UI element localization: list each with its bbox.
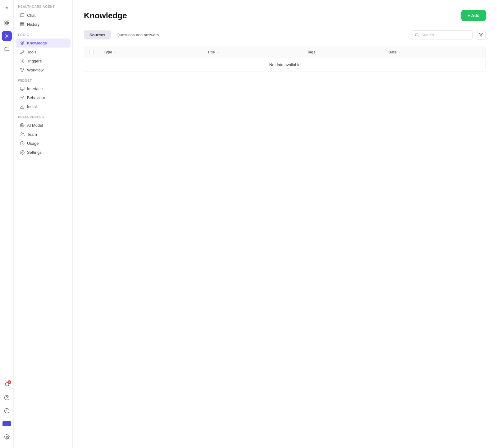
col-header-title: Title (202, 46, 302, 58)
filter-icon (479, 33, 483, 37)
svg-rect-21 (23, 68, 24, 69)
svg-rect-23 (20, 87, 24, 90)
behaviour-icon (20, 95, 25, 100)
tab-sources[interactable]: Sources (84, 30, 111, 39)
svg-line-31 (418, 36, 419, 37)
nav-icon-1[interactable] (2, 18, 12, 28)
sidebar-item-workflow[interactable]: Workflow (16, 66, 71, 75)
page-title: Knowledge (84, 11, 127, 21)
checkbox-col-header (84, 46, 99, 58)
chat-icon (20, 13, 25, 18)
sidebar-item-history[interactable]: History (16, 20, 71, 29)
search-box (411, 30, 473, 39)
clock-icon[interactable] (2, 406, 12, 416)
install-icon (20, 104, 25, 109)
col-title-sort[interactable]: Title (207, 50, 220, 54)
svg-point-2 (7, 7, 7, 7)
sidebar: HEALTHCARE AGENT Chat History LOGIC Know… (14, 0, 73, 448)
svg-rect-20 (21, 68, 21, 69)
ai-model-icon (20, 123, 25, 128)
col-type-sort[interactable]: Type (104, 50, 117, 54)
svg-point-10 (6, 35, 7, 37)
logic-section-label: LOGIC (14, 29, 72, 39)
svg-point-5 (6, 8, 6, 8)
svg-marker-32 (479, 33, 483, 37)
svg-point-27 (21, 133, 22, 134)
tabs-row: Sources Questions and answers (84, 30, 486, 40)
sort-icon-date (398, 50, 402, 54)
notification-badge: 3 (7, 380, 11, 384)
svg-point-11 (4, 395, 9, 400)
svg-point-18 (22, 43, 23, 44)
sidebar-item-chat[interactable]: Chat (16, 11, 71, 20)
sidebar-item-install[interactable]: Install (16, 102, 71, 111)
svg-point-30 (415, 33, 418, 36)
agent-label: HEALTHCARE AGENT (14, 5, 72, 11)
svg-point-1 (6, 7, 7, 8)
table-empty-row: No data available (84, 58, 486, 72)
svg-rect-7 (7, 21, 9, 22)
sidebar-item-tools[interactable]: Tools (16, 48, 71, 57)
svg-rect-6 (5, 21, 6, 22)
triggers-icon (20, 59, 25, 63)
sidebar-item-ai-model[interactable]: AI Model (16, 121, 71, 130)
settings-gear-icon[interactable] (2, 432, 12, 442)
svg-point-12 (7, 399, 7, 399)
sidebar-item-behaviour[interactable]: Behaviour (16, 93, 71, 102)
no-data-message: No data available (84, 58, 486, 72)
table-header-row: Type Title (84, 46, 486, 58)
tools-icon (20, 50, 25, 54)
col-header-type: Type (99, 46, 202, 58)
svg-point-24 (22, 97, 23, 98)
support-icon[interactable] (2, 393, 12, 403)
preferences-section-label: PREFERENCES (14, 111, 72, 121)
usage-icon (20, 141, 25, 146)
sort-icon-type (113, 50, 117, 54)
svg-rect-15 (20, 23, 24, 24)
search-area (411, 30, 486, 40)
nav-icon-folder[interactable] (2, 44, 12, 54)
svg-rect-16 (20, 24, 24, 25)
svg-point-14 (6, 436, 7, 438)
sidebar-item-team[interactable]: Team (16, 130, 71, 139)
svg-point-29 (22, 152, 23, 153)
sidebar-item-triggers[interactable]: Triggers (16, 57, 71, 66)
svg-rect-17 (20, 25, 24, 26)
knowledge-icon (20, 41, 25, 45)
sidebar-item-usage[interactable]: Usage (16, 139, 71, 148)
knowledge-table: Type Title (84, 46, 486, 72)
search-input[interactable] (421, 33, 469, 37)
svg-point-3 (7, 7, 8, 8)
history-icon (20, 22, 25, 27)
search-icon (415, 33, 419, 37)
widget-section-label: WIDGET (14, 75, 72, 84)
filter-button[interactable] (476, 30, 486, 40)
sort-icon-title (216, 50, 220, 54)
svg-point-19 (22, 61, 23, 62)
tab-qna[interactable]: Questions and answers (111, 30, 164, 39)
page-header: Knowledge + Add (84, 10, 486, 21)
sidebar-item-settings[interactable]: Settings (16, 148, 71, 157)
main-content: Knowledge + Add Sources Questions and an… (73, 0, 497, 448)
sidebar-item-knowledge[interactable]: Knowledge (16, 39, 71, 48)
select-all-checkbox[interactable] (89, 50, 94, 54)
col-header-date: Date (384, 46, 486, 58)
sidebar-item-interface[interactable]: Interface (16, 84, 71, 93)
nav-icon-brain[interactable] (2, 31, 12, 41)
svg-rect-8 (5, 24, 6, 25)
interface-icon (20, 86, 25, 91)
svg-rect-22 (22, 71, 23, 72)
col-date-sort[interactable]: Date (389, 50, 402, 54)
svg-point-4 (6, 8, 7, 9)
bottom-bar-widget (2, 419, 12, 429)
app-logo[interactable] (2, 4, 12, 14)
team-icon (20, 132, 25, 137)
add-button[interactable]: + Add (461, 10, 486, 21)
table-container: Type Title (84, 46, 486, 72)
col-header-tags: Tags (302, 46, 384, 58)
workflow-icon (20, 68, 25, 72)
svg-rect-9 (7, 24, 9, 25)
icon-bar: 3 (0, 0, 14, 448)
notifications-icon[interactable]: 3 (2, 380, 12, 390)
settings-icon (20, 150, 25, 155)
